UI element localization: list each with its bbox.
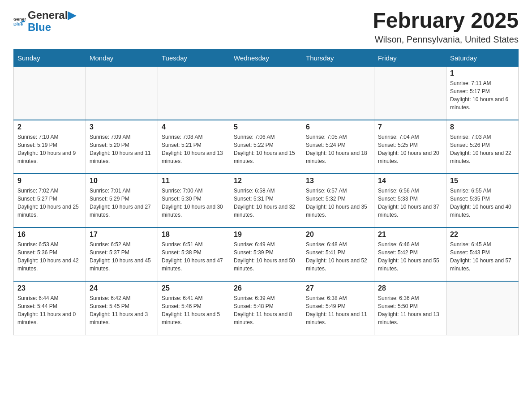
calendar-day-cell: 4Sunrise: 7:08 AMSunset: 5:21 PMDaylight… [158,120,230,174]
day-number: 1 [450,69,515,77]
calendar-day-cell: 18Sunrise: 6:51 AMSunset: 5:38 PMDayligh… [158,227,230,281]
calendar-week-row: 23Sunrise: 6:44 AMSunset: 5:44 PMDayligh… [14,281,519,335]
day-number: 18 [162,231,226,239]
calendar-day-cell: 11Sunrise: 7:00 AMSunset: 5:30 PMDayligh… [158,174,230,227]
day-of-week-header: Tuesday [158,49,230,66]
calendar-week-row: 16Sunrise: 6:53 AMSunset: 5:36 PMDayligh… [14,227,519,281]
day-number: 22 [450,231,515,239]
calendar-day-cell: 25Sunrise: 6:41 AMSunset: 5:46 PMDayligh… [158,281,230,335]
calendar-day-cell: 27Sunrise: 6:38 AMSunset: 5:49 PMDayligh… [302,281,374,335]
day-info: Sunrise: 6:45 AMSunset: 5:43 PMDaylight:… [450,240,515,273]
calendar-day-cell: 15Sunrise: 6:55 AMSunset: 5:35 PMDayligh… [446,174,519,227]
day-number: 26 [234,284,298,292]
calendar-day-cell [158,66,230,120]
logo-general: General [28,9,68,21]
calendar-day-cell: 1Sunrise: 7:11 AMSunset: 5:17 PMDaylight… [446,66,519,120]
day-number: 4 [162,123,226,131]
day-number: 28 [378,284,442,292]
day-info: Sunrise: 7:04 AMSunset: 5:25 PMDaylight:… [378,133,442,165]
day-info: Sunrise: 7:10 AMSunset: 5:19 PMDaylight:… [17,133,82,165]
day-number: 13 [306,177,370,185]
logo-icon: General Blue [13,14,26,27]
day-info: Sunrise: 7:11 AMSunset: 5:17 PMDaylight:… [450,79,515,111]
day-info: Sunrise: 6:53 AMSunset: 5:36 PMDaylight:… [17,240,82,273]
calendar-day-cell: 20Sunrise: 6:48 AMSunset: 5:41 PMDayligh… [302,227,374,281]
calendar-day-cell: 5Sunrise: 7:06 AMSunset: 5:22 PMDaylight… [230,120,302,174]
calendar-day-cell: 7Sunrise: 7:04 AMSunset: 5:25 PMDaylight… [374,120,446,174]
calendar-week-row: 2Sunrise: 7:10 AMSunset: 5:19 PMDaylight… [14,120,519,174]
day-of-week-header: Sunday [14,49,86,66]
day-number: 5 [234,123,298,131]
day-number: 15 [450,177,515,185]
day-number: 10 [90,177,154,185]
day-info: Sunrise: 7:01 AMSunset: 5:29 PMDaylight:… [90,187,154,219]
day-info: Sunrise: 6:52 AMSunset: 5:37 PMDaylight:… [90,240,154,273]
day-of-week-header: Thursday [302,49,374,66]
location: Wilson, Pennsylvania, United States [373,34,519,45]
calendar-day-cell: 23Sunrise: 6:44 AMSunset: 5:44 PMDayligh… [14,281,86,335]
day-number: 14 [378,177,442,185]
logo: General Blue General▶ Blue [13,9,76,33]
day-number: 3 [90,123,154,131]
day-number: 20 [306,231,370,239]
day-info: Sunrise: 6:56 AMSunset: 5:33 PMDaylight:… [378,187,442,219]
day-info: Sunrise: 6:55 AMSunset: 5:35 PMDaylight:… [450,187,515,219]
calendar-day-cell [302,66,374,120]
day-info: Sunrise: 6:57 AMSunset: 5:32 PMDaylight:… [306,187,370,219]
calendar-day-cell: 24Sunrise: 6:42 AMSunset: 5:45 PMDayligh… [86,281,158,335]
day-number: 21 [378,231,442,239]
calendar-day-cell: 14Sunrise: 6:56 AMSunset: 5:33 PMDayligh… [374,174,446,227]
day-info: Sunrise: 7:06 AMSunset: 5:22 PMDaylight:… [234,133,298,165]
day-number: 6 [306,123,370,131]
calendar-week-row: 9Sunrise: 7:02 AMSunset: 5:27 PMDaylight… [14,174,519,227]
calendar-day-cell [14,66,86,120]
day-number: 17 [90,231,154,239]
day-info: Sunrise: 6:51 AMSunset: 5:38 PMDaylight:… [162,240,226,273]
svg-text:Blue: Blue [13,22,23,27]
day-number: 24 [90,284,154,292]
calendar-table: SundayMondayTuesdayWednesdayThursdayFrid… [13,49,519,335]
day-info: Sunrise: 7:05 AMSunset: 5:24 PMDaylight:… [306,133,370,165]
day-number: 19 [234,231,298,239]
day-info: Sunrise: 6:42 AMSunset: 5:45 PMDaylight:… [90,294,154,326]
calendar-week-row: 1Sunrise: 7:11 AMSunset: 5:17 PMDaylight… [14,66,519,120]
day-of-week-header: Saturday [446,49,519,66]
calendar-day-cell: 16Sunrise: 6:53 AMSunset: 5:36 PMDayligh… [14,227,86,281]
calendar-day-cell: 22Sunrise: 6:45 AMSunset: 5:43 PMDayligh… [446,227,519,281]
day-number: 2 [17,123,82,131]
calendar-day-cell [446,281,519,335]
day-info: Sunrise: 6:58 AMSunset: 5:31 PMDaylight:… [234,187,298,219]
day-info: Sunrise: 7:09 AMSunset: 5:20 PMDaylight:… [90,133,154,165]
calendar-day-cell: 10Sunrise: 7:01 AMSunset: 5:29 PMDayligh… [86,174,158,227]
day-number: 7 [378,123,442,131]
logo-blue: Blue [28,22,76,33]
day-info: Sunrise: 6:49 AMSunset: 5:39 PMDaylight:… [234,240,298,273]
calendar-day-cell: 12Sunrise: 6:58 AMSunset: 5:31 PMDayligh… [230,174,302,227]
calendar-day-cell: 21Sunrise: 6:46 AMSunset: 5:42 PMDayligh… [374,227,446,281]
calendar-day-cell: 8Sunrise: 7:03 AMSunset: 5:26 PMDaylight… [446,120,519,174]
day-number: 16 [17,231,82,239]
day-info: Sunrise: 6:41 AMSunset: 5:46 PMDaylight:… [162,294,226,326]
day-number: 25 [162,284,226,292]
logo-text: General▶ [28,9,76,22]
day-info: Sunrise: 7:08 AMSunset: 5:21 PMDaylight:… [162,133,226,165]
calendar-day-cell [230,66,302,120]
day-of-week-header: Wednesday [230,49,302,66]
calendar-day-cell: 2Sunrise: 7:10 AMSunset: 5:19 PMDaylight… [14,120,86,174]
calendar-day-cell: 17Sunrise: 6:52 AMSunset: 5:37 PMDayligh… [86,227,158,281]
day-number: 11 [162,177,226,185]
day-info: Sunrise: 6:36 AMSunset: 5:50 PMDaylight:… [378,294,442,326]
calendar-day-cell: 6Sunrise: 7:05 AMSunset: 5:24 PMDaylight… [302,120,374,174]
day-info: Sunrise: 7:03 AMSunset: 5:26 PMDaylight:… [450,133,515,165]
day-info: Sunrise: 6:48 AMSunset: 5:41 PMDaylight:… [306,240,370,273]
day-info: Sunrise: 7:00 AMSunset: 5:30 PMDaylight:… [162,187,226,219]
day-of-week-header: Monday [86,49,158,66]
day-of-week-header: Friday [374,49,446,66]
day-info: Sunrise: 6:46 AMSunset: 5:42 PMDaylight:… [378,240,442,273]
calendar-header-row: SundayMondayTuesdayWednesdayThursdayFrid… [14,49,519,66]
day-number: 12 [234,177,298,185]
day-number: 23 [17,284,82,292]
calendar-day-cell [374,66,446,120]
day-number: 27 [306,284,370,292]
day-number: 9 [17,177,82,185]
